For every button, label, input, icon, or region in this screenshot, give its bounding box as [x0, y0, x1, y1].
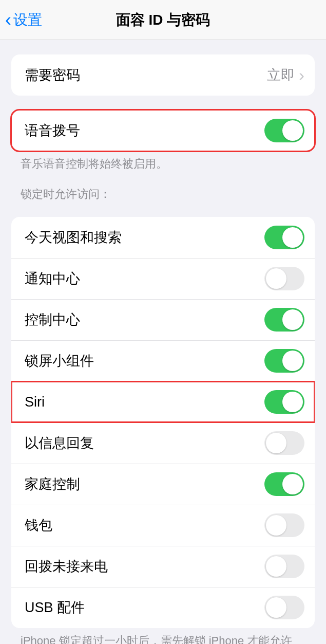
- row-voice-dial: 语音拨号: [11, 110, 315, 151]
- toggle-lock-item[interactable]: [264, 349, 304, 373]
- label-voice-dial: 语音拨号: [25, 121, 80, 140]
- toggle-lock-item[interactable]: [264, 226, 304, 249]
- toggle-lock-item[interactable]: [264, 431, 304, 455]
- navbar: ‹ 设置 面容 ID 与密码: [0, 0, 326, 40]
- row-require-passcode[interactable]: 需要密码 立即 ›: [11, 54, 315, 96]
- row-lock-item: 回拨未接来电: [11, 546, 315, 587]
- label-lock-item: 锁屏小组件: [25, 352, 94, 370]
- group-lock-access: 今天视图和搜索通知中心控制中心锁屏小组件Siri以信息回复家庭控制钱包回拨未接来…: [11, 217, 315, 628]
- toggle-voice-dial[interactable]: [264, 119, 304, 142]
- label-lock-item: Siri: [25, 394, 45, 410]
- row-lock-item: 钱包: [11, 505, 315, 546]
- content: 需要密码 立即 › 语音拨号 音乐语音控制将始终被启用。 锁定时允许访问： 今天…: [0, 54, 326, 644]
- row-lock-item: 控制中心: [11, 299, 315, 340]
- toggle-lock-item[interactable]: [264, 555, 304, 578]
- group-voice-dial: 语音拨号: [11, 110, 315, 151]
- toggle-lock-item[interactable]: [264, 308, 304, 332]
- row-lock-item: 通知中心: [11, 258, 315, 299]
- page-title: 面容 ID 与密码: [0, 10, 326, 30]
- label-lock-item: 以信息回复: [25, 434, 94, 452]
- chevron-right-icon: ›: [299, 67, 304, 83]
- toggle-lock-item[interactable]: [264, 472, 304, 496]
- label-lock-item: USB 配件: [25, 598, 85, 617]
- row-lock-item: 以信息回复: [11, 422, 315, 464]
- row-lock-item: Siri: [11, 381, 315, 422]
- label-lock-item: 家庭控制: [25, 475, 80, 493]
- group-require-passcode: 需要密码 立即 ›: [11, 54, 315, 96]
- label-lock-item: 今天视图和搜索: [25, 228, 122, 247]
- row-lock-item: 今天视图和搜索: [11, 217, 315, 258]
- label-lock-item: 控制中心: [25, 310, 80, 329]
- label-lock-item: 通知中心: [25, 269, 80, 288]
- footer-voice-dial: 音乐语音控制将始终被启用。: [0, 151, 326, 172]
- toggle-lock-item[interactable]: [264, 267, 304, 290]
- footer-lock-access: iPhone 锁定超过一小时后，需先解锁 iPhone 才能允许 USB 配件连…: [0, 628, 326, 644]
- header-lock-access: 锁定时允许访问：: [0, 172, 326, 203]
- value-require-passcode: 立即: [267, 66, 295, 84]
- label-lock-item: 钱包: [25, 516, 52, 535]
- toggle-lock-item[interactable]: [264, 390, 304, 414]
- row-lock-item: 锁屏小组件: [11, 340, 315, 381]
- toggle-lock-item[interactable]: [264, 596, 304, 619]
- row-lock-item: USB 配件: [11, 587, 315, 628]
- label-lock-item: 回拨未接来电: [25, 557, 108, 576]
- label-require-passcode: 需要密码: [25, 66, 80, 84]
- toggle-lock-item[interactable]: [264, 513, 304, 537]
- tail: 立即 ›: [267, 66, 304, 84]
- row-lock-item: 家庭控制: [11, 464, 315, 505]
